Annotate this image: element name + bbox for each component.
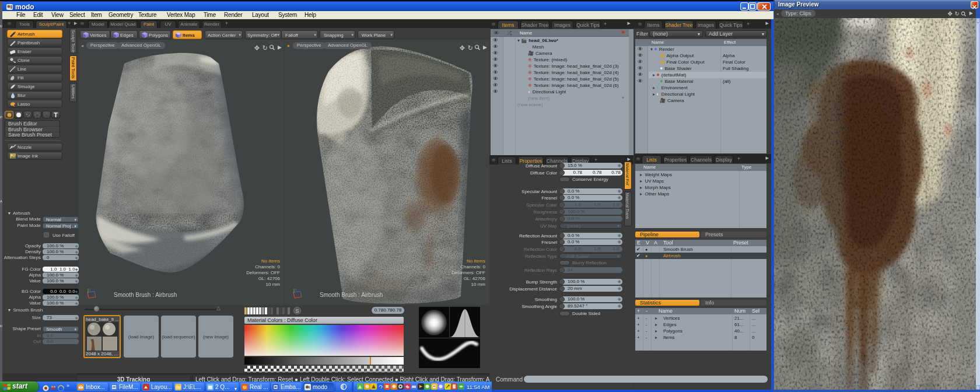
- svg-text:y: y: [89, 288, 91, 291]
- svg-text:y: y: [295, 288, 297, 291]
